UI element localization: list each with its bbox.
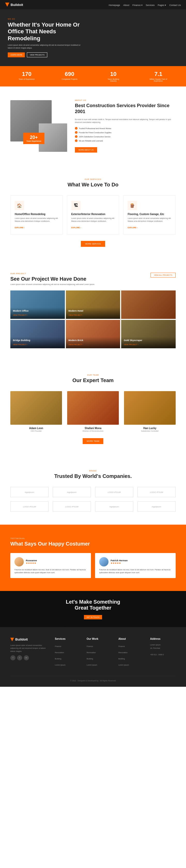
more-about-button[interactable]: MORE ABOUT US	[75, 147, 97, 153]
project-name-modern-hotel: Modern Hotel	[68, 310, 118, 312]
testimonial-stars-roseanne: ★★★★★	[26, 562, 37, 564]
nav-pages[interactable]: Pages ▾	[158, 4, 166, 6]
service-link-2[interactable]: EXPLORE ›	[71, 227, 81, 228]
services-eyebrow: OUR SERVICES	[10, 178, 176, 180]
service-card-3: 🪵 Flooring, Custom Garage, Etc Lorem ips…	[123, 195, 176, 235]
team-name-adam: Adam Leon	[10, 427, 62, 430]
feature-1: ✓Trusted Professional and Honest Worker	[75, 126, 176, 130]
footer-about-links: Finance Renovation Building Lorem Ipsum	[118, 643, 144, 666]
nav-contact[interactable]: Contact Us	[169, 4, 181, 6]
footer-address-title: Address	[150, 638, 176, 640]
team-member-han: Han Lucky Subdivision Controller	[124, 391, 176, 432]
about-eyebrow: ABOUT US	[75, 99, 176, 101]
view-projects-button[interactable]: VIEW PROJECTS	[27, 53, 47, 57]
service-link-3[interactable]: EXPLORE ›	[128, 227, 137, 228]
service-title-3: Flooring, Custom Garage, Etc	[128, 213, 171, 216]
projects-eyebrow: OUR PROJECT	[10, 273, 95, 274]
get-in-touch-button[interactable]: GET IN TOUCH	[84, 615, 102, 619]
nav-homepage[interactable]: Homepage	[109, 4, 120, 6]
stat-2: 690 Completed Projects	[62, 71, 78, 82]
footer-ourwork-links: Finance Renovation Building Lorem Ipsum	[87, 643, 112, 666]
facebook-icon[interactable]: f	[10, 655, 16, 660]
hero-content: WE DO Whether It's Your Home Or Office T…	[8, 18, 85, 57]
service-text-1: Lorem ipsum dolor sit amet consectetur a…	[15, 217, 58, 222]
footer-link-ourwork-1[interactable]: Finance	[87, 646, 93, 647]
cta-title: Let's Make Something Great Together	[66, 599, 120, 611]
about-content: ABOUT US Best Construction Services Prov…	[75, 99, 176, 153]
testimonials-eyebrow: TESTIMONIAL	[10, 537, 176, 539]
about-features: ✓Trusted Professional and Honest Worker …	[75, 126, 176, 143]
project-link-gold-sky[interactable]: VIEW PROJECT ›	[124, 344, 138, 345]
project-link-bridge[interactable]: VIEW PROJECT ›	[13, 344, 28, 345]
brands-grid: logolpsum logolpsum LOGO IPSUM LOGO IPSU…	[10, 487, 176, 512]
service-icon-2: 🏗	[71, 201, 81, 210]
brand-6: LOGO IPSUM	[53, 501, 91, 512]
nav-about[interactable]: About	[123, 4, 129, 6]
footer-link-ourwork-2[interactable]: Renovation	[87, 652, 96, 653]
view-all-projects-button[interactable]: VIEW ALL PROJECTS	[151, 273, 176, 278]
projects-header-left: OUR PROJECT See Our Project We Have Done…	[10, 273, 95, 285]
project-link-modern-brick[interactable]: VIEW PROJECT ›	[68, 344, 83, 345]
feature-2: ✓Provide the Finest Construction Supplie…	[75, 130, 176, 134]
nav-finance[interactable]: Finance ▾	[132, 4, 143, 6]
project-image-placeholder	[121, 290, 176, 319]
logo-icon	[5, 3, 9, 7]
nav-services[interactable]: Services	[146, 4, 155, 6]
brand-4: LOGO IPSUM	[137, 487, 176, 497]
team-grid: Adam Leon CEO Founder Shafani Mona Direc…	[10, 391, 176, 432]
avatar-roseanne	[14, 557, 24, 566]
team-role-shafani: Director of Reconstruction	[67, 430, 119, 432]
footer-link-services-1[interactable]: Finance	[55, 646, 61, 647]
about-badge: 20+ Years Experience	[23, 133, 44, 144]
projects-header: OUR PROJECT See Our Project We Have Done…	[10, 273, 176, 285]
footer-link-about-1[interactable]: Finance	[118, 646, 125, 647]
footer-ourwork-col: Our Work Finance Renovation Building Lor…	[87, 638, 112, 668]
footer-logo-icon	[10, 638, 14, 641]
about-section: 20+ Years Experience ABOUT US Best Const…	[0, 87, 186, 165]
more-services-button[interactable]: MORE SERVICE	[81, 241, 105, 247]
brand-1: logolpsum	[10, 487, 49, 497]
footer-grid: Buildoit Lorem ipsum dolor sit amet cons…	[10, 638, 176, 668]
footer-brand: Buildoit Lorem ipsum dolor sit amet cons…	[10, 638, 49, 668]
footer-about-col: About Finance Renovation Building Lorem …	[118, 638, 144, 668]
stat-label-3: Years Building Industry	[104, 78, 122, 82]
team-image-adam	[10, 391, 62, 425]
team-name-shafani: Shafani Mona	[67, 427, 119, 430]
testimonial-text-patrick: Futurism do incididunt labore nisi eius.…	[99, 568, 172, 574]
more-team-button[interactable]: MORE TEAM	[83, 438, 103, 444]
footer-link-about-4[interactable]: Lorem Ipsum	[118, 664, 129, 666]
stats-section: 170 Years of Experience 690 Completed Pr…	[0, 66, 186, 87]
project-link-modern-office[interactable]: VIEW PROJECT ›	[13, 314, 28, 316]
project-link-modern-hotel[interactable]: VIEW PROJECT ›	[68, 314, 83, 316]
about-text: Es enim in irure velit veniam mollit in.…	[75, 118, 176, 124]
nav-logo[interactable]: Buildoit	[5, 3, 23, 7]
instagram-icon[interactable]: in	[24, 655, 29, 660]
team-name-han: Han Lucky	[124, 427, 176, 430]
service-title-1: Home/Office Remodeling	[15, 213, 58, 216]
brand-2: logolpsum	[53, 487, 91, 497]
service-link-1[interactable]: EXPLORE ›	[15, 227, 25, 228]
testimonial-roseanne: Roseanne ★★★★★ Futurism do incididunt la…	[10, 553, 91, 578]
stat-number-2: 690	[62, 71, 78, 78]
brands-title: Trusted By World's Companies.	[10, 473, 176, 479]
footer-brand-text: Lorem ipsum dolor sit amet consectetur a…	[10, 644, 49, 653]
footer-link-ourwork-4[interactable]: Lorem Ipsum	[87, 664, 97, 666]
cta-section: Let's Make Something Great Together GET …	[0, 591, 186, 627]
twitter-icon[interactable]: t	[17, 655, 22, 660]
brands-eyebrow: BRAND	[10, 470, 176, 472]
service-text-3: Lorem ipsum dolor sit amet consectetur a…	[128, 217, 171, 222]
projects-grid: Modern Office VIEW PROJECT › Modern Hote…	[10, 290, 176, 348]
stat-label-1: Years of Experience	[19, 78, 35, 80]
stat-label-4: Million Square Feet of Experience	[149, 78, 167, 82]
footer-link-services-4[interactable]: Lorem Ipsum	[55, 664, 65, 666]
footer-link-about-3[interactable]: Building	[118, 658, 125, 660]
testimonial-header-roseanne: Roseanne ★★★★★	[14, 557, 87, 566]
project-modern-office: Modern Office VIEW PROJECT ›	[10, 290, 65, 319]
footer-link-services-2[interactable]: Renovation	[55, 652, 64, 653]
learn-more-button[interactable]: LEARN MORE	[8, 53, 25, 57]
footer-link-about-2[interactable]: Renovation	[118, 652, 127, 653]
footer-link-services-3[interactable]: Building	[55, 658, 61, 660]
testimonial-name-roseanne: Roseanne	[26, 559, 37, 562]
projects-subtitle: Lorem ipsum dolor sit amet consectetur a…	[10, 283, 95, 285]
footer-link-ourwork-3[interactable]: Building	[87, 658, 93, 660]
